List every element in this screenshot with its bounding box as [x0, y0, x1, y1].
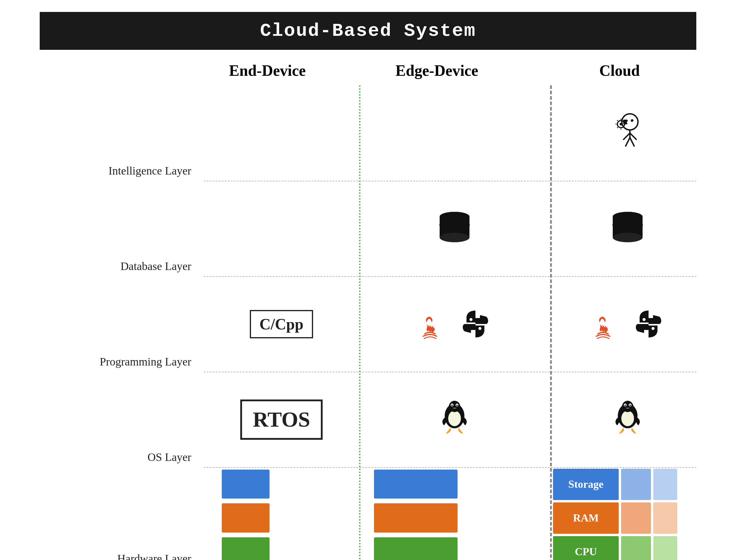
cell-edge-database	[365, 181, 544, 276]
cloud-storage-box3	[653, 469, 677, 500]
cloud-cpu-box2	[621, 536, 651, 560]
svg-line-15	[624, 127, 625, 128]
label-os: OS Layer	[40, 372, 204, 467]
svg-line-16	[617, 127, 618, 128]
title-text: Cloud-Based System	[260, 20, 476, 41]
v-line-green	[359, 85, 360, 560]
edge-cpu-box	[374, 537, 458, 560]
cloud-ram-label: RAM	[553, 502, 619, 534]
label-programming: Programming Layer	[40, 276, 204, 372]
svg-point-45	[622, 401, 633, 412]
svg-line-17	[624, 120, 625, 121]
svg-point-9	[620, 123, 622, 126]
title-bar: Cloud-Based System	[40, 12, 696, 50]
end-ram-box	[222, 503, 269, 532]
label-intelligence: Intelligence Layer	[40, 85, 204, 181]
cpp-box: C/Cpp	[250, 310, 313, 338]
svg-point-34	[643, 318, 646, 321]
cell-end-programming: C/Cpp	[210, 276, 353, 372]
layer-labels: Intelligence Layer Database Layer Progra…	[40, 85, 204, 560]
svg-point-22	[440, 233, 470, 242]
column-headers: End-Device Edge-Device Cloud	[204, 50, 696, 85]
cloud-storage-row: Storage	[553, 469, 677, 500]
edge-storage-box	[374, 470, 458, 499]
end-storage-box	[222, 470, 269, 499]
label-hardware: Hardware Layer	[40, 467, 204, 560]
ai-robot-icon	[605, 111, 650, 155]
svg-point-28	[613, 233, 643, 242]
db-icon-cloud	[611, 211, 644, 246]
col-header-end-device: End-Device	[204, 62, 331, 79]
cell-cloud-programming	[556, 276, 699, 372]
cloud-storage-label: Storage	[553, 469, 619, 500]
cloud-cpu-label: CPU	[553, 536, 619, 560]
db-icon-edge	[438, 211, 471, 246]
svg-point-49	[629, 405, 631, 406]
python-icon-edge	[461, 309, 490, 339]
svg-point-25	[440, 212, 470, 221]
cell-edge-programming	[365, 276, 544, 372]
cell-cloud-intelligence	[556, 85, 699, 181]
svg-point-35	[652, 327, 655, 330]
linux-icon-edge	[437, 400, 473, 439]
svg-point-31	[613, 212, 643, 221]
cloud-ram-box2	[621, 502, 651, 534]
rtos-box: RTOS	[240, 399, 322, 440]
content-columns: C/Cpp	[204, 85, 696, 560]
svg-point-32	[470, 318, 473, 321]
svg-point-42	[456, 405, 458, 406]
cloud-cpu-row: CPU	[553, 536, 677, 560]
cell-edge-os	[365, 372, 544, 467]
svg-point-48	[624, 405, 626, 406]
svg-point-38	[449, 401, 460, 412]
cell-edge-hardware	[365, 467, 544, 560]
cell-end-hardware	[210, 467, 353, 560]
main-container: Cloud-Based System End-Device Edge-Devic…	[40, 12, 696, 560]
edge-ram-box	[374, 503, 458, 532]
cell-cloud-os	[556, 372, 699, 467]
svg-point-18	[627, 121, 629, 123]
svg-point-41	[451, 405, 453, 406]
java-icon-cloud	[592, 308, 616, 340]
svg-line-7	[630, 138, 635, 146]
svg-point-19	[632, 121, 634, 123]
svg-point-44	[621, 411, 634, 426]
java-icon-edge	[419, 308, 443, 340]
cloud-ram-box3	[653, 502, 677, 534]
label-database: Database Layer	[40, 181, 204, 276]
cloud-storage-box2	[621, 469, 651, 500]
cell-cloud-database	[556, 181, 699, 276]
col-header-cloud: Cloud	[543, 62, 696, 79]
end-cpu-box	[222, 537, 269, 560]
python-icon-cloud	[634, 309, 664, 339]
cloud-cpu-box3	[653, 536, 677, 560]
cloud-ram-row: RAM	[553, 502, 677, 534]
linux-icon-cloud	[610, 400, 646, 439]
cell-cloud-hardware: Storage RAM CPU	[550, 467, 699, 560]
grid-area: Intelligence Layer Database Layer Progra…	[40, 85, 696, 560]
svg-line-14	[617, 120, 618, 121]
cell-end-os: RTOS	[210, 372, 353, 467]
svg-point-33	[479, 327, 482, 330]
svg-point-37	[448, 411, 461, 426]
col-header-edge-device: Edge-Device	[355, 62, 519, 79]
svg-line-6	[626, 138, 630, 146]
